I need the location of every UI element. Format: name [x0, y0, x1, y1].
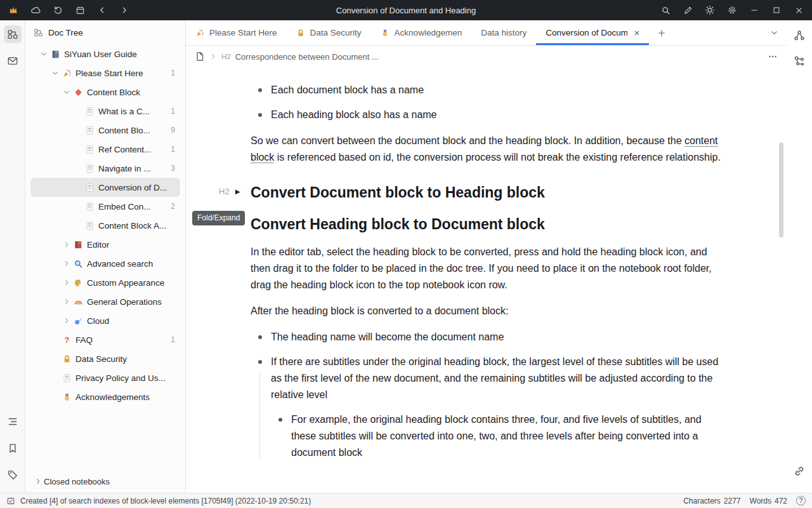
forward-icon[interactable]	[119, 4, 130, 16]
outline-icon[interactable]	[4, 413, 22, 431]
tree-item-content-block-attributes[interactable]: Content Block A...	[30, 216, 180, 235]
siyuan-logo-icon[interactable]	[8, 4, 19, 16]
chevron-right-icon[interactable]	[61, 317, 72, 324]
chevron-right-icon[interactable]	[61, 241, 72, 248]
list-item[interactable]: The heading name will become the documen…	[251, 329, 721, 345]
search-icon[interactable]	[660, 4, 671, 16]
breadcrumb-title[interactable]: Correspondence between Document ...	[235, 52, 379, 62]
chevron-right-icon[interactable]	[61, 298, 72, 305]
chevron-down-icon[interactable]	[61, 88, 72, 96]
settings-icon[interactable]	[726, 4, 738, 16]
tree-item-badge: 3	[171, 164, 175, 173]
fold-arrow-icon[interactable]: ▶	[235, 188, 240, 195]
minimize-icon[interactable]	[749, 4, 760, 16]
tab-acknowledgements[interactable]: Acknowledgemen	[371, 20, 472, 45]
paragraph[interactable]: After the heading block is converted to …	[251, 303, 721, 319]
tree-item-privacy-policy[interactable]: Privacy Policy and Us...	[30, 368, 180, 387]
document-icon[interactable]	[195, 51, 205, 62]
history-icon[interactable]	[52, 4, 63, 16]
new-tab-button[interactable]	[649, 20, 674, 45]
tree-item-acknowledgements[interactable]: Acknowledgements	[30, 387, 180, 406]
list-item[interactable]: If there are subtitles under the origina…	[251, 354, 721, 461]
document-icon	[84, 164, 95, 173]
tab-close-icon[interactable]: ×	[634, 27, 639, 38]
tree-item-navigate-in-content-blocks[interactable]: Navigate in ... 3	[30, 159, 180, 178]
chevron-right-icon[interactable]	[61, 260, 72, 267]
tree-item-ref-content-block[interactable]: Ref Content... 1	[30, 140, 180, 159]
global-graph-icon[interactable]	[790, 52, 808, 70]
heading-text[interactable]: Convert Heading block to Document block	[251, 214, 721, 234]
tab-conversion-of-document[interactable]: Conversion of Docum ×	[536, 20, 649, 45]
tree-item-custom-appearance[interactable]: Custom Appearance	[30, 273, 180, 292]
editor-content: Each document block has a name Each head…	[251, 67, 721, 461]
calendar-icon[interactable]	[74, 4, 86, 16]
tree-item-badge: 1	[171, 69, 175, 77]
editor[interactable]: Each document block has a name Each head…	[186, 67, 787, 493]
tree-item-conversion-of-document[interactable]: Conversion of D...	[30, 178, 180, 197]
tree-item-label: Embed Con...	[98, 202, 167, 211]
edit-icon[interactable]	[682, 4, 693, 16]
list-item[interactable]: For example, the original heading block …	[271, 411, 721, 461]
tree-item-data-security[interactable]: Data Security	[30, 349, 180, 368]
tree-item-editor[interactable]: Editor	[30, 235, 180, 254]
tab-list-button[interactable]	[761, 20, 787, 45]
tree-item-label: FAQ	[75, 335, 167, 345]
cloud-icon[interactable]	[30, 4, 41, 16]
heading-block[interactable]: Convert Heading block to Document block	[251, 214, 721, 234]
list-item[interactable]: Each heading block also has a name	[251, 107, 721, 123]
bullet-list: The heading name will become the documen…	[251, 329, 721, 461]
tree-item-general-operations[interactable]: General Operations	[30, 292, 180, 311]
tree-item-what-is-a-content-block[interactable]: What is a C... 1	[30, 102, 180, 121]
closed-notebooks-label: Closed notebooks	[44, 477, 110, 486]
tag-icon[interactable]	[4, 466, 22, 484]
log-icon[interactable]	[6, 497, 15, 505]
question-icon	[61, 335, 72, 345]
tree-item-content-block[interactable]: Content Block	[30, 83, 180, 102]
tab-data-security[interactable]: Data Security	[287, 20, 371, 45]
tree-item-label: General Operations	[87, 297, 171, 307]
status-counters: Characters 2277 Words 472 ?	[683, 496, 806, 505]
closed-notebooks-toggle[interactable]: Closed notebooks	[25, 470, 185, 493]
graph-icon[interactable]	[790, 27, 808, 44]
back-icon[interactable]	[96, 4, 108, 16]
list-item-text: If there are subtitles under the origina…	[271, 356, 718, 400]
tree-item-embed-content-block[interactable]: Embed Con... 2	[30, 197, 180, 216]
paragraph[interactable]: So we can convert between the document b…	[251, 133, 721, 166]
tree-item-faq[interactable]: FAQ 1	[30, 330, 180, 349]
maximize-icon[interactable]	[771, 4, 782, 16]
editor-scrollbar[interactable]	[779, 142, 783, 237]
titlebar-right-group	[660, 4, 804, 16]
paragraph[interactable]: In the editor tab, select the heading bl…	[251, 244, 721, 293]
more-icon[interactable]	[768, 51, 778, 62]
notebook-icon	[49, 50, 61, 59]
tab-data-history[interactable]: Data history	[471, 20, 536, 45]
tree-item-siyuan-user-guide[interactable]: SiYuan User Guide	[30, 44, 180, 64]
tree-item-content-block-types[interactable]: Content Blo... 9	[30, 121, 180, 140]
inbox-icon[interactable]	[4, 52, 22, 70]
content-block-icon	[72, 88, 84, 97]
medal-icon	[381, 29, 390, 37]
chevron-down-icon[interactable]	[49, 69, 61, 77]
doc-tree-icon[interactable]	[4, 25, 22, 43]
heading-level-indicator: H2	[219, 187, 230, 196]
heading-block[interactable]: H2 ▶ Fold/Expand Convert Document block …	[251, 182, 721, 203]
chevron-down-icon[interactable]	[38, 50, 49, 58]
nested-bullet-list: For example, the original heading block …	[271, 411, 721, 461]
tree-item-please-start-here[interactable]: Please Start Here 1	[30, 64, 180, 83]
heading-text[interactable]: Convert Document block to Heading block	[251, 182, 721, 203]
theme-icon[interactable]	[704, 4, 716, 16]
heading-gutter[interactable]: H2 ▶	[219, 187, 240, 196]
tree-item-cloud[interactable]: Cloud	[30, 311, 180, 330]
close-icon[interactable]	[793, 4, 804, 16]
help-icon[interactable]: ?	[796, 496, 806, 505]
bookmark-icon[interactable]	[4, 439, 22, 457]
characters-counter: Characters 2277	[683, 497, 740, 505]
chevron-right-icon[interactable]	[61, 279, 72, 286]
document-icon	[84, 202, 95, 211]
tree-item-advanced-search[interactable]: Advanced search	[30, 254, 180, 273]
tab-label: Data history	[481, 28, 527, 37]
list-item[interactable]: Each document block has a name	[251, 82, 721, 98]
backlink-icon[interactable]	[790, 462, 808, 480]
tabbar-spacer	[674, 20, 761, 45]
tab-please-start-here[interactable]: Please Start Here	[186, 20, 287, 45]
